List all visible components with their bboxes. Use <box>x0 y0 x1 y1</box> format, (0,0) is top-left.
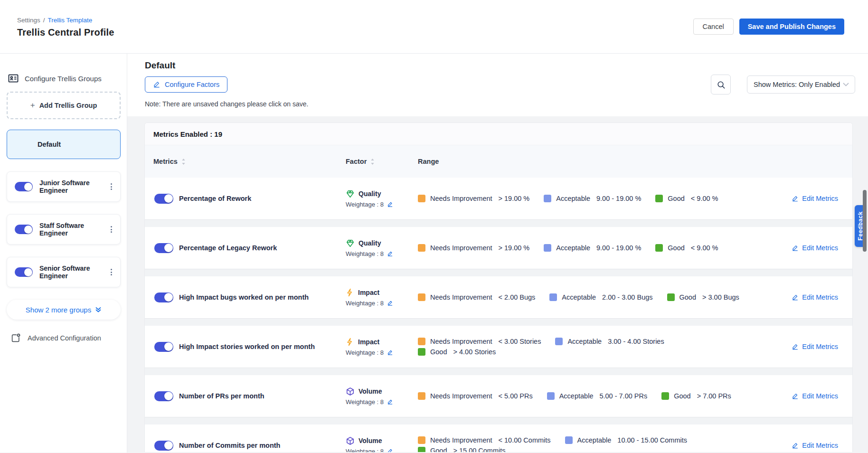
metric-enabled-toggle[interactable] <box>154 441 173 451</box>
factor-cell: Quality Weightage : 8 <box>346 239 418 257</box>
range-color-swatch <box>661 392 669 400</box>
cancel-button[interactable]: Cancel <box>693 19 734 35</box>
edit-metrics-button[interactable]: Edit Metrics <box>792 343 838 350</box>
edit-pencil-icon <box>792 393 799 400</box>
edit-pencil-icon <box>792 245 799 252</box>
range-acceptable: Acceptable9.00 - 19.00 % <box>544 195 641 202</box>
range-level-label: Good <box>430 348 447 356</box>
volume-icon <box>346 436 355 445</box>
metric-table-row: Percentage of Rework Quality Weightage :… <box>145 178 852 219</box>
factor-name: Volume <box>359 387 382 395</box>
show-metrics-select[interactable]: Show Metrics: Only Enabled <box>747 76 855 94</box>
kebab-menu-icon[interactable] <box>108 266 114 279</box>
range-good: Good> 4.00 Stories <box>418 348 496 356</box>
range-value: > 7.00 PRs <box>697 392 731 400</box>
kebab-menu-icon[interactable] <box>108 223 114 236</box>
metrics-table-card: Metrics Enabled : 19 Metrics Factor Rang… <box>144 123 853 452</box>
metric-enabled-toggle[interactable] <box>154 293 173 302</box>
weightage-text: Weightage : 8 <box>346 250 384 257</box>
weightage-text: Weightage : 8 <box>346 201 384 208</box>
factor-name: Volume <box>359 437 382 444</box>
metric-cell: High Impact stories worked on per month <box>153 342 346 352</box>
metric-name: High Impact stories worked on per month <box>179 343 315 350</box>
sidebar-item-default[interactable]: Default <box>7 130 121 159</box>
range-good: Good> 7.00 PRs <box>661 392 731 400</box>
breadcrumb-settings[interactable]: Settings <box>17 17 40 24</box>
range-value: > 19.00 % <box>499 244 530 252</box>
main-layout: Configure Trellis Groups + Add Trellis G… <box>0 54 868 453</box>
metric-table-row: Number of Commits per month Volume Weigh… <box>145 425 852 452</box>
column-header-factor[interactable]: Factor <box>346 158 418 165</box>
edit-metrics-button[interactable]: Edit Metrics <box>792 244 838 252</box>
group-title: Default <box>145 60 855 71</box>
save-publish-button[interactable]: Save and Publish Changes <box>739 19 844 35</box>
edit-weightage-icon[interactable] <box>387 399 393 405</box>
breadcrumb-trellis-template[interactable]: Trellis Template <box>48 17 93 24</box>
edit-weightage-icon[interactable] <box>387 251 393 257</box>
edit-metrics-label: Edit Metrics <box>802 293 838 301</box>
range-color-swatch <box>418 195 425 202</box>
sidebar-group-card-2[interactable]: Senior Software Engineer <box>7 257 121 287</box>
factor-line: Impact <box>346 288 418 297</box>
range-cell: Needs Improvement> 19.00 %Acceptable9.00… <box>418 195 756 202</box>
configure-factors-button[interactable]: Configure Factors <box>145 76 227 93</box>
metric-enabled-toggle[interactable] <box>154 243 173 253</box>
range-value: < 2.00 Bugs <box>499 293 536 301</box>
controls-row: Configure Factors Show Metrics: Only Ena… <box>145 75 855 94</box>
row-divider <box>145 219 852 227</box>
range-needs-improvement: Needs Improvement< 10.00 Commits <box>418 436 551 444</box>
range-cell: Needs Improvement< 10.00 CommitsAcceptab… <box>418 436 756 452</box>
metric-name: Percentage of Rework <box>179 195 251 202</box>
toggle-knob <box>164 194 173 203</box>
range-value: < 9.00 % <box>691 244 718 252</box>
table-header-row: Metrics Factor Range <box>145 145 852 178</box>
metrics-table-body: Percentage of Rework Quality Weightage :… <box>145 178 852 452</box>
range-color-swatch <box>544 195 551 202</box>
row-divider <box>145 269 852 276</box>
range-color-swatch <box>565 436 573 444</box>
group-enabled-toggle[interactable] <box>15 182 33 191</box>
factor-cell: Volume Weightage : 8 <box>346 387 418 406</box>
edit-cell: Edit Metrics <box>756 442 852 449</box>
range-level-label: Good <box>668 244 684 252</box>
range-color-swatch <box>418 392 425 400</box>
sidebar-group-card-0[interactable]: Junior Software Engineer <box>7 171 121 202</box>
range-level-label: Good <box>674 392 690 400</box>
range-column-label: Range <box>418 158 439 165</box>
show-more-groups-button[interactable]: Show 2 more groups <box>7 300 121 320</box>
edit-weightage-icon[interactable] <box>387 448 393 453</box>
range-level-label: Needs Improvement <box>430 195 492 202</box>
edit-metrics-button[interactable]: Edit Metrics <box>792 442 838 449</box>
metric-table-row: High Impact bugs worked on per month Imp… <box>145 276 852 318</box>
group-enabled-toggle[interactable] <box>15 225 33 234</box>
metric-name: Number of PRs per month <box>179 392 264 400</box>
metric-enabled-toggle[interactable] <box>154 391 173 401</box>
toggle-knob <box>24 183 32 191</box>
metric-enabled-toggle[interactable] <box>154 194 173 204</box>
sidebar-group-card-1[interactable]: Staff Software Engineer <box>7 214 121 245</box>
top-bar: Settings / Trellis Template Trellis Cent… <box>0 0 868 54</box>
group-enabled-toggle[interactable] <box>15 267 33 277</box>
add-trellis-group-button[interactable]: + Add Trellis Group <box>7 92 121 119</box>
impact-icon <box>346 337 354 347</box>
factor-line: Volume <box>346 387 418 396</box>
range-color-swatch <box>418 436 425 444</box>
range-value: 10.00 - 15.00 Commits <box>617 436 687 444</box>
range-value: 9.00 - 19.00 % <box>596 195 641 202</box>
edit-metrics-button[interactable]: Edit Metrics <box>792 392 838 400</box>
search-button[interactable] <box>711 75 731 94</box>
edit-weightage-icon[interactable] <box>387 300 393 306</box>
column-header-metrics[interactable]: Metrics <box>153 158 346 165</box>
edit-weightage-icon[interactable] <box>387 201 393 208</box>
factor-cell: Impact Weightage : 8 <box>346 337 418 356</box>
vertical-scrollbar-thumb[interactable] <box>863 190 867 252</box>
edit-weightage-icon[interactable] <box>387 349 393 356</box>
metric-enabled-toggle[interactable] <box>154 342 173 352</box>
metric-name: Percentage of Legacy Rework <box>179 244 277 252</box>
advanced-configuration-link[interactable]: Advanced Configuration <box>7 333 120 343</box>
range-value: < 10.00 Commits <box>499 436 551 444</box>
edit-metrics-button[interactable]: Edit Metrics <box>792 195 838 202</box>
kebab-menu-icon[interactable] <box>108 180 114 193</box>
range-value: > 3.00 Bugs <box>702 293 739 301</box>
edit-metrics-button[interactable]: Edit Metrics <box>792 293 838 301</box>
